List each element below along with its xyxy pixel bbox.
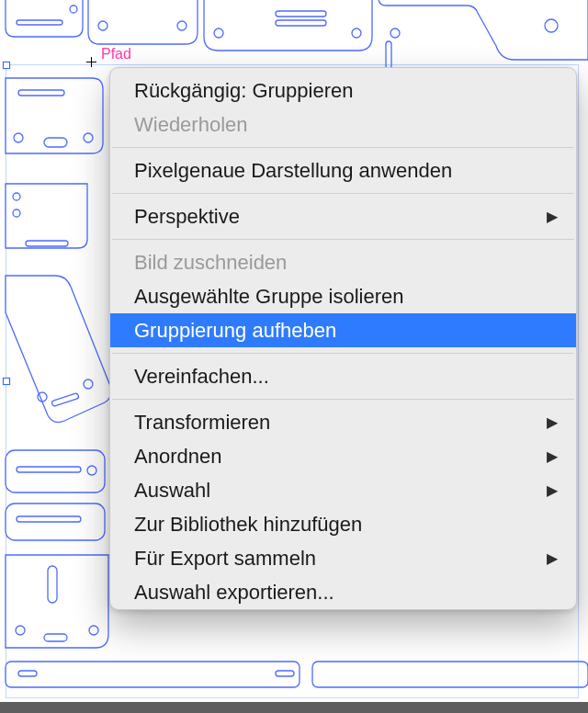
menu-item-label: Perspektive — [134, 205, 240, 229]
menu-separator — [112, 147, 574, 148]
svg-point-16 — [13, 193, 20, 200]
svg-point-23 — [87, 466, 96, 475]
menu-item-label: Anordnen — [134, 445, 221, 469]
menu-separator — [112, 353, 574, 354]
svg-rect-29 — [48, 566, 57, 603]
menu-item-wiederholen: Wiederholen — [110, 108, 576, 141]
menu-item-label: Transformieren — [134, 411, 270, 435]
svg-point-19 — [84, 379, 93, 389]
svg-rect-25 — [17, 516, 81, 522]
svg-rect-8 — [386, 41, 391, 69]
menu-item-anordnen[interactable]: Anordnen▶ — [110, 439, 576, 473]
menu-separator — [112, 193, 574, 194]
svg-point-9 — [390, 28, 400, 38]
menu-item-gruppierung-aufheben[interactable]: Gruppierung aufheben — [110, 313, 576, 347]
menu-item-vereinfachen[interactable]: Vereinfachen... — [110, 359, 576, 393]
menu-item-label: Wiederholen — [134, 113, 248, 137]
menu-separator — [112, 239, 574, 240]
svg-point-10 — [545, 19, 558, 32]
svg-point-27 — [89, 626, 98, 635]
svg-rect-20 — [51, 393, 79, 407]
svg-point-12 — [14, 133, 23, 142]
svg-point-18 — [38, 392, 47, 402]
menu-item-label: Vereinfachen... — [134, 365, 269, 389]
svg-rect-32 — [276, 671, 294, 676]
menu-item-pixelgenaue-darstellung-anwenden[interactable]: Pixelgenaue Darstellung anwenden — [110, 153, 576, 187]
svg-rect-15 — [26, 241, 68, 246]
submenu-arrow-icon: ▶ — [547, 415, 558, 430]
svg-point-1 — [70, 6, 77, 13]
svg-rect-33 — [312, 662, 588, 687]
menu-item-f-r-export-sammeln[interactable]: Für Export sammeln▶ — [110, 541, 576, 575]
submenu-arrow-icon: ▶ — [547, 449, 558, 464]
menu-item-r-ckg-ngig-gruppieren[interactable]: Rückgängig: Gruppieren — [110, 74, 576, 108]
svg-point-17 — [13, 209, 20, 217]
submenu-arrow-icon: ▶ — [547, 483, 558, 498]
svg-point-13 — [84, 133, 93, 142]
menu-item-auswahl[interactable]: Auswahl▶ — [110, 473, 576, 507]
svg-rect-5 — [276, 20, 326, 26]
svg-point-26 — [16, 626, 25, 635]
menu-item-label: Für Export sammeln — [134, 547, 316, 571]
svg-rect-14 — [44, 138, 67, 147]
context-menu[interactable]: Rückgängig: GruppierenWiederholenPixelge… — [109, 67, 577, 610]
svg-rect-22 — [17, 467, 81, 472]
svg-rect-4 — [276, 11, 326, 17]
menu-item-auswahl-exportieren[interactable]: Auswahl exportieren... — [110, 575, 576, 609]
menu-item-label: Pixelgenaue Darstellung anwenden — [134, 159, 452, 183]
menu-item-label: Auswahl — [134, 479, 210, 503]
svg-rect-28 — [44, 634, 67, 641]
svg-rect-11 — [18, 90, 64, 96]
menu-item-label: Bild zuschneiden — [134, 251, 287, 275]
svg-rect-31 — [18, 671, 37, 676]
menu-item-transformieren[interactable]: Transformieren▶ — [110, 405, 576, 439]
svg-rect-30 — [6, 662, 300, 687]
menu-item-label: Rückgängig: Gruppieren — [134, 79, 353, 103]
menu-item-label: Gruppierung aufheben — [134, 319, 336, 343]
menu-item-perspektive[interactable]: Perspektive▶ — [110, 199, 576, 233]
menu-item-zur-bibliothek-hinzuf-gen[interactable]: Zur Bibliothek hinzufügen — [110, 507, 576, 541]
svg-point-2 — [98, 21, 107, 30]
svg-point-3 — [177, 21, 187, 30]
menu-item-label: Zur Bibliothek hinzufügen — [134, 513, 362, 537]
menu-separator — [112, 399, 574, 400]
submenu-arrow-icon: ▶ — [547, 209, 558, 224]
menu-item-label: Ausgewählte Gruppe isolieren — [134, 285, 404, 309]
menu-item-label: Auswahl exportieren... — [134, 581, 334, 605]
svg-point-7 — [214, 28, 223, 38]
svg-rect-21 — [6, 450, 105, 492]
menu-item-bild-zuschneiden: Bild zuschneiden — [110, 245, 576, 279]
window-bottom-strip — [0, 702, 588, 713]
submenu-arrow-icon: ▶ — [547, 551, 558, 566]
menu-item-ausgew-hlte-gruppe-isolieren[interactable]: Ausgewählte Gruppe isolieren — [110, 279, 576, 313]
svg-rect-0 — [17, 20, 62, 25]
svg-point-6 — [352, 28, 361, 38]
